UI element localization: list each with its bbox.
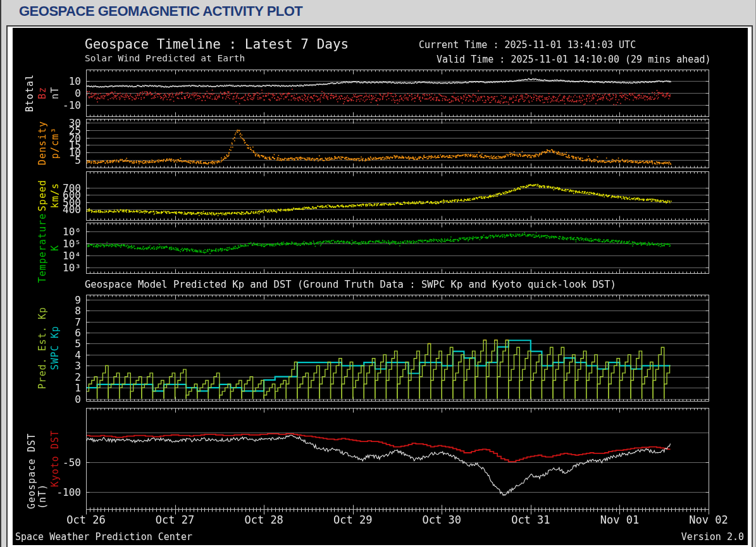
axis-label-geospace-dst: Geospace DST (nT): [27, 408, 48, 509]
footer-version: Version 2.0: [681, 531, 744, 543]
panel-kp-axis-label: Pred. Est. Kp SWPC Kp: [13, 295, 61, 401]
axis-label-pred-est-kp: Pred. Est. Kp: [37, 307, 48, 389]
solar-wind-subtitle: Solar Wind Predicted at Earth: [85, 53, 245, 63]
axis-label-kelvin: K: [50, 245, 61, 251]
valid-time-label: Valid Time : 2025-11-01 14:10:00 (29 min…: [437, 54, 710, 65]
axis-label-bz: Bz: [37, 87, 48, 99]
geospace-activity-page: { "window": { "title": "GEOSPACE GEOMAGN…: [0, 0, 756, 547]
axis-label-nt: nT: [50, 87, 61, 99]
panel-imf-axis-label: Btotal Bz nT: [13, 70, 61, 116]
axis-label-density: Density: [37, 121, 48, 165]
panel-dst-axis-label: Geospace DST (nT) Kyoto DST: [13, 408, 61, 509]
plot-frame: Geospace Timeline : Latest 7 Days Curren…: [6, 25, 753, 547]
kp-dst-section-header: Geospace Model Predicted Kp and DST (Gro…: [85, 279, 616, 290]
axis-label-kyoto-dst: Kyoto DST: [50, 430, 61, 487]
plot-title: Geospace Timeline : Latest 7 Days: [85, 37, 349, 52]
axis-label-kms: km/s: [50, 183, 61, 208]
axis-label-temperature: Temperature: [37, 213, 48, 283]
page-title: GEOSPACE GEOMAGNETIC ACTIVITY PLOT: [19, 3, 302, 20]
panel-density-axis-label: Density p/cm³: [13, 119, 61, 168]
panel-temperature-axis-label: Temperature K: [13, 223, 61, 273]
axis-label-pcm3: p/cm³: [50, 127, 61, 159]
axis-label-btotal: Btotal: [25, 74, 35, 112]
axis-label-swpc-kp: SWPC Kp: [50, 326, 61, 370]
footer-credit: Space Weather Prediction Center: [15, 531, 192, 543]
plot-area: Geospace Timeline : Latest 7 Days Curren…: [13, 28, 748, 545]
window-title-bar: GEOSPACE GEOMAGNETIC ACTIVITY PLOT: [1, 0, 756, 25]
axis-label-speed: Speed: [37, 180, 48, 211]
current-time-label: Current Time : 2025-11-01 13:41:03 UTC: [419, 39, 636, 51]
